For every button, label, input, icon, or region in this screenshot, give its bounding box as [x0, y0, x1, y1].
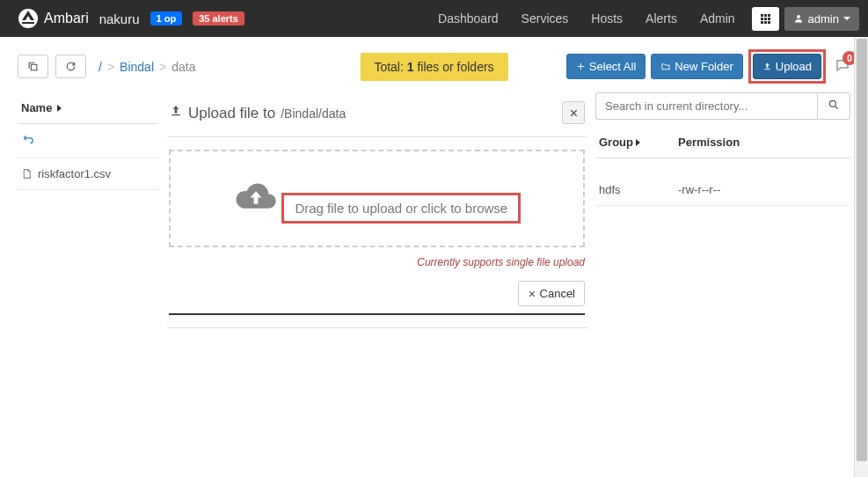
x-icon: [528, 290, 536, 298]
cluster-name[interactable]: nakuru: [99, 11, 140, 26]
toolbar-right: Select All New Folder Upload 0: [566, 49, 850, 84]
column-right: Group Permission hdfs -rw-r--r--: [595, 92, 850, 337]
permission-header[interactable]: Permission: [675, 127, 850, 158]
upload-label: Upload: [776, 60, 812, 73]
nav-admin[interactable]: Admin: [689, 1, 747, 36]
svg-rect-5: [171, 114, 179, 115]
back-arrow-icon: [21, 133, 35, 145]
panel-divider: [169, 313, 585, 315]
upload-title: Upload file to /Bindal/data: [169, 104, 346, 122]
svg-point-6: [829, 100, 835, 106]
folder-icon: [660, 62, 671, 71]
nav-alerts[interactable]: Alerts: [634, 1, 689, 36]
name-header-label: Name: [21, 101, 52, 114]
user-label: admin: [808, 12, 839, 26]
breadcrumb-root[interactable]: /: [98, 60, 102, 74]
upload-title-path: /Bindal/data: [281, 106, 346, 121]
plus-icon: [576, 62, 586, 71]
search-row: [595, 92, 850, 120]
name-header[interactable]: Name: [18, 92, 158, 124]
search-button[interactable]: [817, 92, 850, 120]
main-area: Name riskfactor1.csv Upload file to /Bin…: [0, 92, 868, 337]
group-header-label: Group: [599, 136, 633, 149]
scrollbar-thumb[interactable]: [857, 39, 867, 461]
brand-text: Ambari: [44, 11, 89, 26]
dropzone[interactable]: Drag file to upload or click to browse: [169, 150, 585, 247]
permission-header-label: Permission: [678, 136, 740, 149]
cancel-row: Cancel: [167, 268, 587, 313]
close-button[interactable]: [562, 101, 585, 124]
support-note: Currently supports single file upload: [167, 253, 587, 268]
column-name: Name riskfactor1.csv: [18, 92, 158, 337]
close-icon: [569, 108, 579, 118]
vertical-scrollbar[interactable]: [854, 37, 868, 477]
svg-rect-3: [31, 64, 37, 70]
views-grid-button[interactable]: [752, 7, 779, 31]
caret-down-icon: [843, 17, 850, 20]
ops-badge[interactable]: 1 op: [150, 11, 183, 26]
user-menu-button[interactable]: admin: [784, 7, 859, 31]
copy-icon: [27, 61, 39, 72]
file-name: riskfactor1.csv: [38, 167, 111, 180]
chevron-right-icon: [636, 139, 640, 146]
upload-title-icon: [169, 104, 183, 118]
refresh-icon: [65, 61, 77, 72]
grid-icon: [761, 14, 770, 24]
breadcrumb-mid[interactable]: Bindal: [120, 60, 154, 74]
search-icon: [828, 99, 840, 111]
upload-header: Upload file to /Bindal/data: [167, 92, 587, 137]
upload-panel-container: Upload file to /Bindal/data Drag file to…: [158, 92, 595, 337]
totals-suffix: files or folders: [414, 60, 494, 74]
copy-path-button[interactable]: [18, 55, 48, 78]
upload-panel: Upload file to /Bindal/data Drag file to…: [167, 92, 587, 328]
select-all-label: Select All: [589, 60, 636, 73]
right-headers: Group Permission: [595, 127, 850, 158]
navbar-left: Ambari nakuru 1 op 35 alerts: [18, 8, 427, 29]
upload-icon: [762, 62, 772, 71]
select-all-button[interactable]: Select All: [566, 54, 646, 79]
nav-hosts[interactable]: Hosts: [580, 1, 634, 36]
navbar-right: Dashboard Services Hosts Alerts Admin ad…: [427, 1, 859, 36]
cancel-label: Cancel: [540, 287, 575, 300]
nav-services[interactable]: Services: [510, 1, 580, 36]
drop-text: Drag file to upload or click to browse: [281, 193, 521, 224]
new-folder-label: New Folder: [675, 60, 733, 73]
alerts-badge[interactable]: 35 alerts: [193, 11, 244, 26]
file-icon: [21, 167, 33, 180]
breadcrumb-sep: >: [159, 60, 166, 74]
totals-prefix: Total:: [374, 60, 406, 74]
group-value: hdfs: [599, 183, 678, 196]
cancel-button[interactable]: Cancel: [518, 281, 585, 306]
user-icon: [793, 13, 804, 24]
cloud-upload-icon: [233, 178, 279, 216]
back-row[interactable]: [18, 124, 158, 158]
search-input[interactable]: [595, 92, 817, 120]
ambari-logo-icon: [18, 8, 39, 29]
nav-dashboard[interactable]: Dashboard: [427, 1, 510, 36]
breadcrumb: / > Bindal > data: [98, 60, 195, 74]
brand-logo[interactable]: Ambari: [18, 8, 89, 29]
top-navbar: Ambari nakuru 1 op 35 alerts Dashboard S…: [0, 0, 868, 37]
upload-button[interactable]: Upload: [753, 54, 821, 79]
refresh-button[interactable]: [55, 55, 86, 78]
totals-banner: Total: 1 files or folders: [360, 53, 507, 81]
new-folder-button[interactable]: New Folder: [651, 54, 742, 79]
svg-rect-4: [764, 69, 770, 70]
group-header[interactable]: Group: [595, 127, 675, 158]
toolbar: / > Bindal > data Total: 1 files or fold…: [0, 37, 868, 92]
breadcrumb-leaf: data: [171, 60, 195, 74]
file-row[interactable]: riskfactor1.csv: [18, 158, 158, 190]
chevron-right-icon: [57, 105, 62, 112]
totals-count: 1: [407, 60, 414, 74]
permission-value: -rw-r--r--: [678, 183, 847, 196]
svg-rect-1: [22, 22, 34, 24]
upload-title-text: Upload file to: [188, 105, 275, 122]
svg-point-2: [797, 15, 800, 18]
data-row[interactable]: hdfs -rw-r--r--: [595, 158, 850, 206]
breadcrumb-sep: >: [107, 60, 114, 74]
upload-highlight: Upload: [748, 49, 826, 84]
messages-button[interactable]: 0: [835, 57, 850, 76]
